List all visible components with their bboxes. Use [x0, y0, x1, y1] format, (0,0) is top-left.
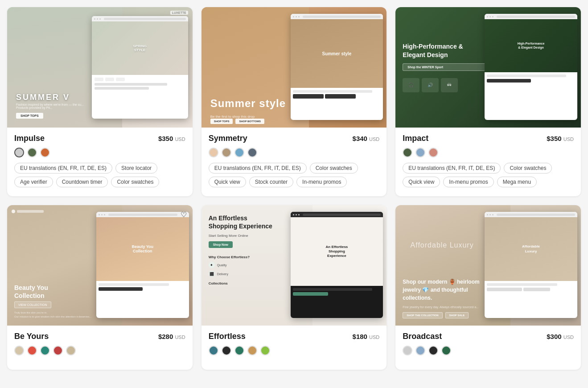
impact-thumb-1: 🎧: [403, 78, 419, 92]
swatch[interactable]: [209, 346, 218, 355]
impulse-shop-btn[interactable]: SHOP TOPS: [16, 113, 43, 119]
tag-eu-translations[interactable]: EU translations (EN, FR, IT, DE, ES): [403, 163, 501, 173]
swatch[interactable]: [415, 346, 425, 355]
swatch[interactable]: [222, 148, 231, 157]
beyours-browser-text: Beauty YouCollection: [132, 244, 153, 253]
symmetry-browser-bar: [291, 14, 383, 19]
symmetry-mini-btn-2: [325, 94, 356, 99]
broadcast-browser-bar: [485, 212, 577, 217]
swatch[interactable]: [415, 148, 425, 157]
effortless-mock-browser: An EffortlessShoppingExperience: [291, 212, 383, 318]
swatch[interactable]: [14, 148, 24, 157]
symmetry-price: $340 USD: [353, 135, 380, 142]
impact-price: $350 USD: [547, 135, 574, 142]
broadcast-mock-browser: AffordableLuxury: [485, 212, 577, 318]
symmetry-line-1: [293, 90, 372, 93]
tag-eu-translations[interactable]: EU translations (EN, FR, IT, DE, ES): [14, 163, 112, 173]
beyours-nav-dot: [12, 210, 15, 213]
effortless-quality-text: Quality: [217, 264, 227, 267]
swatch[interactable]: [234, 346, 244, 355]
tag-store-locator[interactable]: Store locator: [115, 163, 157, 173]
tag-quick-view[interactable]: Quick view: [403, 177, 440, 187]
tag-color-swatches[interactable]: Color swatches: [504, 163, 552, 173]
beyours-browser-bar: ♡: [96, 212, 189, 217]
tag-age-verifier[interactable]: Age verifier: [14, 177, 53, 187]
swatch[interactable]: [234, 148, 244, 157]
symmetry-dot-3: [298, 16, 300, 17]
tag-mega-menu[interactable]: Mega menu: [497, 177, 537, 187]
swatch[interactable]: [40, 148, 50, 157]
impact-card-body: Impact $350 USD EU translations (EN, FR,…: [395, 128, 581, 196]
tag-in-menu-promos[interactable]: In-menu promos: [443, 177, 493, 187]
swatch[interactable]: [40, 346, 50, 355]
broadcast-btn-collection[interactable]: SHOP THE COLLECTION: [403, 312, 442, 318]
symmetry-headline: Summer style: [210, 97, 286, 110]
product-grid: SUMMER V Fashion inspired by where we're…: [7, 7, 581, 370]
effortless-delivery-text: Delivery: [217, 272, 228, 276]
swatch[interactable]: [66, 346, 76, 355]
tag-stock-counter[interactable]: Stock counter: [249, 177, 293, 187]
symmetry-btn-bottoms[interactable]: SHOP BOTTOMS: [235, 119, 264, 124]
impulse-title: Impulse: [14, 134, 45, 143]
impact-browser-hero-text: High-Performance& Elegant Design: [518, 41, 545, 50]
swatch[interactable]: [403, 148, 412, 157]
broadcast-url: [497, 214, 575, 216]
swatch[interactable]: [14, 346, 24, 355]
beyours-dot-3: [104, 214, 105, 215]
symmetry-browser-hero: Summer style: [291, 19, 383, 88]
effortless-browser-content: [291, 286, 383, 298]
impact-line-1: [487, 74, 566, 77]
card-impact: High-Performance &Elegant Design Shop th…: [395, 7, 581, 196]
broadcast-card-body: Broadcast $300 USD: [395, 326, 581, 370]
swatch[interactable]: [222, 346, 231, 355]
beyours-nav: [12, 210, 44, 213]
impulse-price: $350 USD: [158, 135, 185, 142]
symmetry-btn-tops[interactable]: SHOP TOPS: [210, 119, 233, 124]
effortless-icon-quality: ✦: [209, 262, 215, 268]
beyours-cta[interactable]: VIEW COLLECTION: [14, 301, 51, 308]
symmetry-dot-2: [296, 16, 297, 17]
swatch[interactable]: [260, 346, 270, 355]
tag-color-swatches[interactable]: Color swatches: [310, 163, 358, 173]
impulse-browser-bar: [92, 16, 188, 21]
broadcast-browser-content: [485, 281, 577, 293]
effortless-cta[interactable]: Shop Now: [209, 241, 233, 248]
broadcast-mini-btns: [487, 288, 575, 291]
swatch[interactable]: [428, 346, 438, 355]
impulse-browser-body: SPRINGSTYLE: [92, 21, 188, 119]
swatch[interactable]: [27, 346, 37, 355]
tag-eu-translations[interactable]: EU translations (EN, FR, IT, DE, ES): [209, 163, 307, 173]
impulse-browser-content: [92, 75, 188, 92]
tag-in-menu-promos[interactable]: In-menu promos: [296, 177, 347, 187]
symmetry-btns: SHOP TOPS SHOP BOTTOMS: [210, 119, 264, 124]
effortless-title: Effortless: [209, 332, 246, 341]
swatch[interactable]: [403, 346, 412, 355]
broadcast-title: Broadcast: [403, 332, 442, 341]
symmetry-title: Symmetry: [209, 134, 247, 143]
broadcast-btn-sale[interactable]: SHOP SALE: [445, 312, 469, 318]
impulse-title-row: Impulse $350 USD: [14, 134, 185, 143]
card-effortless: An EffortlessShopping Experience Start S…: [201, 205, 387, 370]
swatch[interactable]: [247, 346, 257, 355]
effortless-dot-1: [293, 214, 294, 215]
beyours-browser-content: [96, 281, 189, 293]
beyours-dot-2: [101, 214, 103, 215]
swatch[interactable]: [209, 148, 218, 157]
impulse-browser-dot-2: [97, 18, 98, 20]
swatch[interactable]: [53, 346, 63, 355]
swatch[interactable]: [441, 346, 451, 355]
swatch[interactable]: [428, 148, 438, 157]
tag-quick-view[interactable]: Quick view: [209, 177, 246, 187]
impact-browser-bar: [485, 14, 577, 19]
symmetry-title-row: Symmetry $340 USD: [209, 134, 380, 143]
impact-title: Impact: [403, 134, 428, 143]
effortless-price: $180 USD: [353, 333, 380, 340]
tag-color-swatches[interactable]: Color swatches: [111, 177, 159, 187]
broadcast-affordable-luxury: Affordable Luxury: [411, 241, 474, 249]
effortless-browser-hero: An EffortlessShoppingExperience: [291, 217, 383, 286]
impact-swatches: [403, 148, 574, 157]
effortless-title-row: Effortless $180 USD: [209, 332, 380, 341]
tag-countdown-timer[interactable]: Countdown timer: [56, 177, 108, 187]
swatch[interactable]: [247, 148, 257, 157]
swatch[interactable]: [27, 148, 37, 157]
